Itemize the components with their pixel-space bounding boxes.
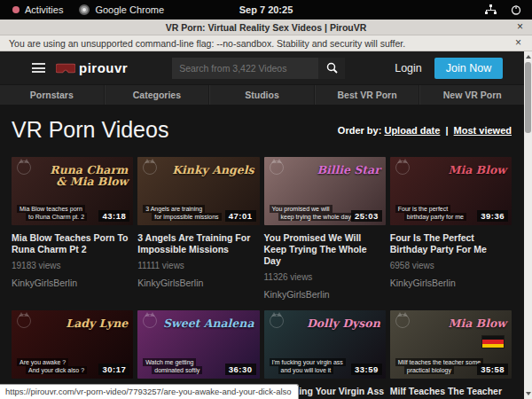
order-separator: | [445,125,448,136]
main-nav: Pornstars Categories Studios Best VR Por… [0,84,524,105]
search-input[interactable] [172,58,318,79]
activities-button[interactable]: Activities [12,4,63,15]
video-studio-link[interactable]: KinkyGirlsBerlin [264,289,386,300]
duration-badge: 39:36 [477,210,508,222]
nav-item-categories[interactable]: Categories [105,85,210,105]
thumbnail-overlay-name: Kinky Angels [172,164,254,176]
duration-badge: 43:18 [98,210,129,222]
power-icon[interactable] [511,4,521,15]
thumbnail-overlay-name: Sweet Analena [163,317,254,329]
video-thumbnail[interactable]: Mia Blow Milf teaches the teacher somepr… [390,310,512,379]
thumbnail-overlay-name: Billie Star [317,164,379,176]
studio-cat-logo-icon [395,314,410,328]
duration-badge: 33:59 [351,364,382,375]
duration-badge: 36:30 [225,364,256,375]
video-studio-link[interactable]: KinkyGirlsBerlin [137,278,259,288]
studio-cat-logo-icon [143,314,157,328]
app-indicator-chrome[interactable]: Google Chrome [79,4,164,15]
studio-cat-logo-icon [270,160,284,175]
site-header: pirouvr Login Join Now [0,51,524,84]
status-url-bubble: https://pirouvr.com/vr-porn-video/779325… [0,384,299,399]
nav-item-pornstars[interactable]: Pornstars [0,85,105,105]
video-views: 6958 views [390,261,512,270]
thumbnail-caption: Mia Blow teaches pornto Runa Charm pt. 2 [17,205,87,221]
video-title[interactable]: Four Is The Perfect Birthday Party For M… [390,232,512,255]
studio-cat-logo-icon [143,160,157,175]
search-button[interactable] [318,58,345,79]
page-title: VR Porn Videos [12,117,168,143]
scrollbar-up-arrow-icon[interactable] [526,55,531,59]
thumbnail-caption: You promised we willkeep trying the whol… [270,205,354,221]
video-views: 19183 views [12,261,133,270]
video-thumbnail[interactable]: Lady Lyne Are you awake ?And your dick a… [12,310,133,379]
activities-label: Activities [25,4,63,15]
video-thumbnail[interactable]: Sweet Analena Watch me gettingdominated … [137,310,259,379]
studio-cat-logo-icon [395,160,410,175]
thumbnail-overlay-name: Lady Lyne [66,317,128,329]
video-card[interactable]: Kinky Angels 3 Angels are trainingfor im… [137,157,259,300]
system-top-bar: Activities Google Chrome Sep 7 20:25 [0,0,532,20]
thumbnail-caption: 3 Angels are trainingfor impossible miss… [143,205,221,221]
studio-cat-logo-icon [17,314,31,328]
video-title[interactable]: Mia Blow Teaches Porn To Runa Charm Pt 2 [12,232,133,255]
tab-close-icon[interactable]: × [517,20,523,33]
warning-message: You are using an unsupported command-lin… [9,38,405,49]
studio-cat-logo-icon [17,160,31,175]
video-title[interactable]: Milf Teaches The Teacher Some Practical … [390,386,512,399]
screen: Activities Google Chrome Sep 7 20:25 VR … [0,0,532,399]
page-scrollbar[interactable] [524,51,532,399]
video-thumbnail[interactable]: Runa Charm & Mia Blow Mia Blow teaches p… [12,157,133,225]
chrome-warning-infobar: You are using an unsupported command-lin… [0,35,532,51]
nav-item-best-vr-porn[interactable]: Best VR Porn [315,85,420,105]
thumbnail-caption: Four is the perfectbirthday party for me [395,205,466,221]
duration-badge: 25:03 [351,210,382,222]
clock[interactable]: Sep 7 20:25 [239,4,293,15]
nav-item-studios[interactable]: Studios [209,85,315,105]
duration-badge: 30:17 [98,364,129,375]
search-icon [326,62,338,74]
video-card[interactable]: Billie Star You promised we willkeep try… [264,157,386,300]
video-grid: Runa Charm & Mia Blow Mia Blow teaches p… [12,157,512,399]
duration-badge: 35:58 [477,364,508,375]
video-thumbnail[interactable]: Billie Star You promised we willkeep try… [264,157,386,225]
order-link-most-viewed[interactable]: Most viewed [454,125,512,136]
site-logo[interactable]: pirouvr [56,60,128,75]
video-card[interactable]: Mia Blow Four is the perfectbirthday par… [390,157,512,300]
thumbnail-caption: Are you awake ?And your dick also ? [17,358,87,374]
video-views: 11111 views [137,261,259,270]
scrollbar-thumb[interactable] [525,62,531,133]
video-thumbnail[interactable]: Kinky Angels 3 Angels are trainingfor im… [137,157,259,225]
notification-dot-icon [12,6,20,13]
app-label: Google Chrome [95,4,164,15]
video-studio-link[interactable]: KinkyGirlsBerlin [390,278,512,288]
vr-headset-icon [56,63,75,74]
german-flag-icon [481,335,505,348]
thumbnail-caption: Milf teaches the teacher somepractical b… [395,358,483,374]
video-thumbnail[interactable]: Mia Blow Four is the perfectbirthday par… [390,157,512,225]
thumbnail-overlay-name: Dolly Dyson [307,317,380,329]
order-link-upload-date[interactable]: Upload date [384,125,440,136]
hamburger-menu-icon[interactable] [32,61,45,75]
order-by-label: Order by: [338,125,382,136]
login-link[interactable]: Login [395,62,422,74]
thumbnail-overlay-name: Runa Charm & Mia Blow [36,164,128,187]
thumbnail-overlay-name: Mia Blow [449,317,506,329]
video-title[interactable]: 3 Angels Are Training For Impossible Mis… [137,232,259,255]
thumbnail-overlay-name: Mia Blow [449,164,506,176]
studio-cat-logo-icon [270,314,284,328]
video-card[interactable]: Runa Charm & Mia Blow Mia Blow teaches p… [12,157,133,300]
chrome-icon [79,4,90,15]
video-card[interactable]: Mia Blow Milf teaches the teacher somepr… [390,310,512,399]
video-studio-link[interactable]: KinkyGirlsBerlin [12,278,133,288]
network-tree-icon[interactable] [485,4,497,15]
thumbnail-caption: I'm fucking your virgin assand you will … [270,358,346,374]
video-thumbnail[interactable]: Dolly Dyson I'm fucking your virgin assa… [264,310,386,379]
duration-badge: 47:01 [225,210,256,222]
infobar-close-icon[interactable]: × [515,36,521,49]
nav-item-new-vr-porn[interactable]: New VR Porn [419,85,524,105]
video-title[interactable]: You Promised We Will Keep Trying The Who… [264,232,386,267]
join-now-button[interactable]: Join Now [434,58,503,79]
thumbnail-caption: Watch me gettingdominated softly [143,358,202,374]
scrollbar-down-arrow-icon[interactable] [526,392,531,395]
tab-title: VR Porn: Virtual Reality Sex Videos | Pi… [166,22,367,33]
